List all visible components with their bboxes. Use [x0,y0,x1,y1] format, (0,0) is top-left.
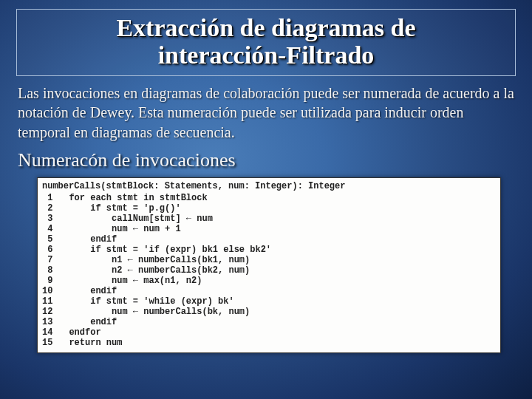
line-code: return num [69,338,271,348]
code-line: 5 endif [42,234,271,245]
line-code: endif [69,286,271,296]
code-line: 2 if stmt = 'p.g()' [42,203,271,214]
code-line: 15return num [42,338,271,348]
line-code: endif [69,317,271,327]
line-number: 10 [42,286,69,296]
line-code: for each stmt in stmtBlock [69,193,271,203]
code-line: 11 if stmt = 'while (expr) bk' [42,296,271,307]
pseudocode-listing: 1for each stmt in stmtBlock2 if stmt = '… [42,193,271,348]
code-line: 9 num ← max(n1, n2) [42,276,271,286]
code-line: 7 n1 ← numberCalls(bk1, num) [42,255,271,265]
code-line: 14endfor [42,327,271,338]
line-number: 12 [42,307,69,317]
pseudocode-frame: numberCalls(stmtBlock: Statements, num: … [37,177,501,353]
code-line: 3 callNum[stmt] ← num [42,214,271,224]
line-number: 15 [42,338,69,348]
line-number: 6 [42,245,69,255]
code-line: 6 if stmt = 'if (expr) bk1 else bk2' [42,245,271,255]
line-code: n1 ← numberCalls(bk1, num) [69,255,271,265]
line-number: 1 [42,193,69,203]
line-code: if stmt = 'p.g()' [69,203,271,214]
title-line-1: Extracción de diagramas de [116,14,415,41]
body-paragraph: Las invocaciones en diagramas de colabor… [18,83,514,142]
code-line: 10 endif [42,286,271,296]
line-number: 14 [42,327,69,338]
line-number: 9 [42,276,69,286]
line-number: 11 [42,296,69,307]
slide-title-box: Extracción de diagramas de interacción-F… [16,9,516,76]
subheading: Numeracón de invocaciones [18,149,514,171]
code-line: 4 num ← num + 1 [42,224,271,234]
line-number: 2 [42,203,69,214]
code-line: 13 endif [42,317,271,327]
line-number: 13 [42,317,69,327]
line-number: 5 [42,234,69,245]
line-code: if stmt = 'while (expr) bk' [69,296,271,307]
line-number: 8 [42,265,69,276]
title-line-2: interacción-Filtrado [158,41,375,69]
slide-title: Extracción de diagramas de interacción-F… [24,14,508,69]
code-line: 8 n2 ← numberCalls(bk2, num) [42,265,271,276]
line-number: 4 [42,224,69,234]
line-code: n2 ← numberCalls(bk2, num) [69,265,271,276]
line-code: num ← num + 1 [69,224,271,234]
line-number: 7 [42,255,69,265]
pseudocode-signature: numberCalls(stmtBlock: Statements, num: … [42,181,496,191]
line-code: endif [69,234,271,245]
line-code: num ← max(n1, n2) [69,276,271,286]
line-code: endfor [69,327,271,338]
line-number: 3 [42,214,69,224]
line-code: if stmt = 'if (expr) bk1 else bk2' [69,245,271,255]
code-line: 12 num ← numberCalls(bk, num) [42,307,271,317]
code-line: 1for each stmt in stmtBlock [42,193,271,203]
line-code: num ← numberCalls(bk, num) [69,307,271,317]
line-code: callNum[stmt] ← num [69,214,271,224]
